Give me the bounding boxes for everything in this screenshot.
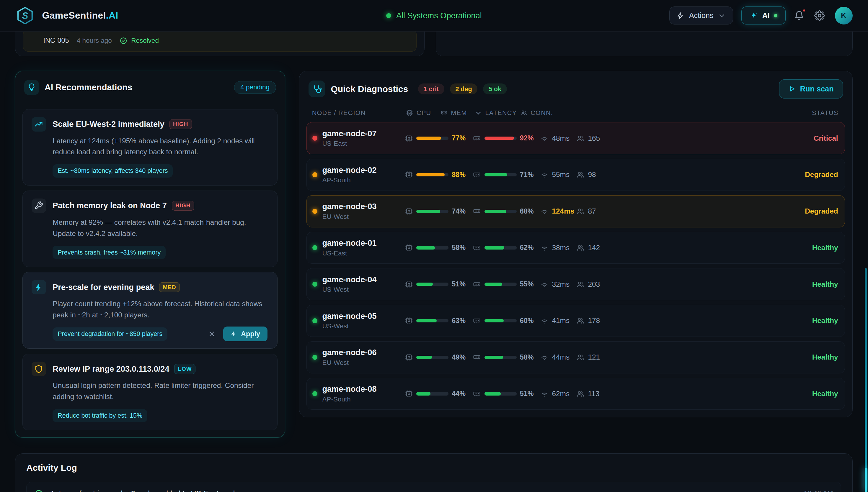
mem-bar	[485, 282, 517, 286]
node-region: US-East	[322, 140, 404, 147]
ai-assistant-button[interactable]: AI	[741, 6, 785, 24]
cpu-metric: 63%	[405, 317, 473, 325]
conn-metric: 87	[576, 207, 620, 215]
node-row[interactable]: game-node-06EU-West49%58%44ms121Healthy	[306, 341, 845, 373]
activity-text: Auto-scaling triggered: +2 nodes added t…	[50, 489, 235, 492]
recommendation-card[interactable]: Scale EU-West-2 immediatelyHIGHLatency a…	[22, 109, 278, 186]
system-status-label: All Systems Operational	[396, 11, 482, 20]
user-avatar[interactable]: K	[835, 7, 853, 24]
wifi-icon	[540, 244, 548, 252]
check-circle-icon	[34, 489, 43, 492]
latency-value: 124ms	[552, 207, 574, 215]
mem-percent: 62%	[520, 244, 534, 252]
wrench-icon	[31, 198, 46, 213]
latency-metric: 62ms	[540, 390, 576, 398]
node-name: game-node-06	[322, 348, 404, 357]
activity-entry: Auto-scaling triggered: +2 nodes added t…	[26, 482, 841, 492]
notifications-button[interactable]	[794, 9, 806, 22]
wifi-icon	[540, 353, 548, 361]
quick-diagnostics-card: Quick Diagnostics 1 crit 2 deg 5 ok Run …	[299, 71, 853, 417]
summary-badge-deg: 2 deg	[450, 83, 478, 94]
conn-metric: 98	[576, 171, 620, 179]
conn-value: 113	[588, 390, 599, 398]
node-row[interactable]: game-node-02AP-South88%71%55ms98Degraded	[306, 159, 845, 191]
actions-button[interactable]: Actions	[669, 6, 733, 24]
incident-row[interactable]: INC-005 4 hours ago Resolved	[23, 29, 417, 52]
latency-metric: 44ms	[540, 353, 576, 361]
node-row[interactable]: game-node-01US-East58%62%38ms142Healthy	[306, 232, 845, 264]
column-mem: MEM	[441, 109, 475, 117]
latency-metric: 48ms	[540, 134, 576, 143]
latency-value: 38ms	[552, 244, 570, 252]
apply-button[interactable]: Apply	[223, 326, 267, 341]
cpu-bar	[416, 173, 448, 176]
run-scan-button[interactable]: Run scan	[779, 79, 843, 99]
latency-metric: 32ms	[540, 280, 576, 289]
conn-metric: 113	[576, 390, 620, 398]
play-icon	[788, 85, 795, 92]
node-status-dot	[312, 172, 318, 177]
lightbulb-icon	[24, 80, 39, 95]
recommendation-description: Latency at 124ms (+195% above baseline).…	[52, 136, 267, 158]
node-rows: game-node-07US-East77%92%48ms165Critical…	[306, 122, 845, 410]
node-region: US-West	[322, 286, 404, 294]
column-latency: LATENCY	[475, 109, 520, 117]
node-region: AP-South	[322, 396, 404, 403]
top-cards-row: INC-005 4 hours ago Resolved	[15, 31, 853, 56]
node-status: Healthy	[620, 317, 838, 325]
dismiss-button[interactable]	[208, 329, 217, 338]
node-name: game-node-03	[322, 202, 404, 211]
mem-metric: 55%	[473, 280, 540, 289]
pending-badge: 4 pending	[234, 81, 276, 94]
mem-percent: 58%	[520, 353, 534, 361]
cpu-percent: 49%	[452, 353, 466, 361]
activity-log-title: Activity Log	[26, 463, 841, 473]
ai-online-dot	[774, 14, 777, 17]
recommendation-description: Memory at 92% — correlates with v2.4.1 m…	[52, 217, 267, 239]
latency-metric: 41ms	[540, 317, 576, 325]
conn-metric: 203	[576, 280, 620, 289]
memory-icon	[473, 390, 481, 398]
recommendation-title: Pre-scale for evening peak	[52, 282, 154, 292]
conn-value: 165	[588, 134, 600, 143]
users-icon	[576, 134, 585, 143]
wifi-icon	[540, 390, 548, 398]
node-row[interactable]: game-node-05US-West63%60%41ms178Healthy	[306, 305, 845, 337]
node-status-dot	[312, 282, 318, 287]
severity-badge: MED	[159, 282, 180, 292]
users-icon	[576, 317, 585, 325]
cpu-percent: 51%	[452, 280, 466, 288]
recommendation-description: Unusual login pattern detected. Rate lim…	[52, 380, 267, 402]
cpu-bar	[416, 210, 448, 213]
page-scrollbar-thumb[interactable]	[865, 268, 867, 492]
node-row[interactable]: game-node-03EU-West74%68%124ms87Degraded	[306, 195, 845, 227]
users-icon	[576, 244, 585, 252]
system-status: All Systems Operational	[386, 11, 482, 20]
chevron-down-icon	[718, 12, 726, 20]
mem-metric: 62%	[473, 244, 540, 252]
users-icon	[576, 207, 585, 215]
recommendation-card[interactable]: Patch memory leak on Node 7HIGHMemory at…	[22, 191, 278, 267]
latency-value: 44ms	[552, 353, 570, 361]
mem-metric: 60%	[473, 317, 540, 325]
mem-bar	[485, 137, 517, 140]
node-status: Degraded	[620, 171, 838, 179]
recommendation-card[interactable]: Pre-scale for evening peakMEDPlayer coun…	[22, 272, 278, 349]
diagnostics-icon	[308, 80, 325, 97]
summary-badge-ok: 5 ok	[483, 83, 507, 94]
settings-button[interactable]	[814, 9, 826, 22]
node-row[interactable]: game-node-08AP-South44%51%62ms113Healthy	[306, 378, 845, 410]
severity-badge: HIGH	[169, 119, 192, 129]
node-row[interactable]: game-node-07US-East77%92%48ms165Critical	[306, 122, 845, 154]
trend-up-icon	[31, 117, 46, 131]
node-name: game-node-04	[322, 275, 404, 284]
latency-metric: 124ms	[540, 207, 576, 215]
node-name: game-node-02	[322, 166, 404, 175]
mem-metric: 92%	[473, 134, 540, 143]
cpu-percent: 77%	[452, 134, 466, 142]
recommendation-card[interactable]: Review IP range 203.0.113.0/24LOWUnusual…	[22, 354, 278, 430]
cpu-icon	[405, 134, 413, 143]
node-row[interactable]: game-node-04US-West51%55%32ms203Healthy	[306, 268, 845, 300]
cpu-bar	[416, 137, 448, 140]
cpu-percent: 58%	[452, 244, 466, 252]
